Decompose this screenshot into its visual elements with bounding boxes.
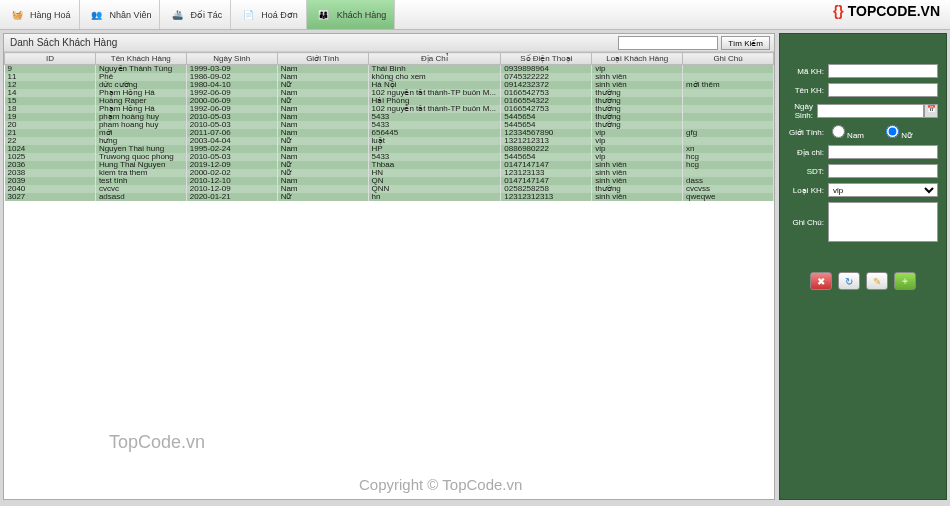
- radio-nu[interactable]: [886, 125, 899, 138]
- input-sdt[interactable]: [828, 164, 938, 178]
- search-input[interactable]: [618, 36, 718, 50]
- table-row[interactable]: 1024Nguyen Thai hung1995-02-24NamHP08869…: [5, 145, 774, 153]
- lbl-sdt: SDT:: [788, 167, 828, 176]
- delete-button[interactable]: ✖: [810, 272, 832, 290]
- input-ten[interactable]: [828, 83, 938, 97]
- ship-icon: 🚢: [168, 6, 186, 24]
- doc-icon: 📄: [239, 6, 257, 24]
- tb-khachhang[interactable]: 👨‍👩‍👦Khách Hàng: [307, 0, 396, 29]
- col-header[interactable]: Tên Khách Hàng: [95, 53, 186, 65]
- select-loai[interactable]: vip: [828, 183, 938, 197]
- tb-hoadon[interactable]: 📄Hoá Đơn: [231, 0, 307, 29]
- table-row[interactable]: 20pham hoang huy2010-05-03Nam54335445654…: [5, 121, 774, 129]
- form-panel: Mã KH: Tên KH: Ngày Sinh:📅 Giới Tính: Na…: [779, 33, 947, 500]
- table-row[interactable]: 22hưng2003-04-04Nữluật1321212313vip: [5, 137, 774, 145]
- edit-button[interactable]: ✎: [866, 272, 888, 290]
- col-header[interactable]: Ghi Chú: [683, 53, 774, 65]
- table-row[interactable]: 11Phê1986-09-02Namkhông cho xem074532222…: [5, 73, 774, 81]
- lbl-gioi: Giới Tính:: [788, 128, 828, 137]
- logo: {} TOPCODE.VN: [833, 3, 940, 19]
- table-row[interactable]: 2036Hung Thai Nguyen2019-12-09NữThbaa014…: [5, 161, 774, 169]
- table-row[interactable]: 1025Truwong quoc phong2010-05-03Nam54335…: [5, 153, 774, 161]
- radio-nam[interactable]: [832, 125, 845, 138]
- lbl-dia: Địa chi:: [788, 148, 828, 157]
- lbl-ghi: Ghi Chú:: [788, 218, 828, 227]
- tb-hanghoa[interactable]: 🧺Hàng Hoá: [0, 0, 80, 29]
- family-icon: 👨‍👩‍👦: [315, 6, 333, 24]
- calendar-icon[interactable]: 📅: [924, 104, 938, 118]
- lbl-loai: Loại KH:: [788, 186, 828, 195]
- people-icon: 👥: [88, 6, 106, 24]
- table-row[interactable]: 2038kiem tra them2000-02-02NữHN123123133…: [5, 169, 774, 177]
- add-button[interactable]: ＋: [894, 272, 916, 290]
- table-row[interactable]: 2039test tính2010-12-10NamQN0147147147si…: [5, 177, 774, 185]
- table-row[interactable]: 9Nguyễn Thành Tùng1999-03-09NamThái Bình…: [5, 65, 774, 74]
- refresh-button[interactable]: ↻: [838, 272, 860, 290]
- tb-nhanvien[interactable]: 👥Nhân Viên: [80, 0, 161, 29]
- watermark: TopCode.vn: [109, 432, 205, 453]
- lbl-ngay: Ngày Sinh:: [788, 102, 817, 120]
- input-ghi[interactable]: [828, 202, 938, 242]
- col-header[interactable]: Giới Tính: [277, 53, 368, 65]
- col-header[interactable]: Số Điện Thoại: [501, 53, 592, 65]
- lbl-ten: Tên KH:: [788, 86, 828, 95]
- table-row[interactable]: 21mới2011-07-06Nam65644512334567890vipgf…: [5, 129, 774, 137]
- left-panel: Danh Sách Khách Hàng Tìm Kiếm IDTên Khác…: [3, 33, 775, 500]
- col-header[interactable]: Ngày Sinh: [186, 53, 277, 65]
- table-row[interactable]: 19phạm hoàng huy2010-05-03Nam54335445654…: [5, 113, 774, 121]
- table-row[interactable]: 14Phạm Hồng Hà1992-06-09Nam102 nguyễn tấ…: [5, 89, 774, 97]
- toolbar: 🧺Hàng Hoá 👥Nhân Viên 🚢Đối Tác 📄Hoá Đơn 👨…: [0, 0, 950, 30]
- table-row[interactable]: 2040cvcvc2010-12-09NamQNN0258258258thườn…: [5, 185, 774, 193]
- input-ngay[interactable]: [817, 104, 924, 118]
- table-row[interactable]: 12dức cường1980-04-10NữHà Nội0914232372s…: [5, 81, 774, 89]
- input-dia[interactable]: [828, 145, 938, 159]
- copyright: Copyright © TopCode.vn: [359, 476, 522, 493]
- lbl-ma: Mã KH:: [788, 67, 828, 76]
- col-header[interactable]: Địa Chỉ: [368, 53, 501, 65]
- col-header[interactable]: ID: [5, 53, 96, 65]
- table-row[interactable]: 18Phạm Hồng Hà1992-06-09Nam102 nguyễn tấ…: [5, 105, 774, 113]
- table-row[interactable]: 3027adsasd2020-01-21Nữhn12312312313sinh …: [5, 193, 774, 201]
- tb-doitac[interactable]: 🚢Đối Tác: [160, 0, 231, 29]
- search-button[interactable]: Tìm Kiếm: [721, 36, 770, 50]
- basket-icon: 🧺: [8, 6, 26, 24]
- col-header[interactable]: Loại Khách Hàng: [592, 53, 683, 65]
- table-row[interactable]: 15Hoàng Raper2000-06-09NữHải Phòng016655…: [5, 97, 774, 105]
- input-ma[interactable]: [828, 64, 938, 78]
